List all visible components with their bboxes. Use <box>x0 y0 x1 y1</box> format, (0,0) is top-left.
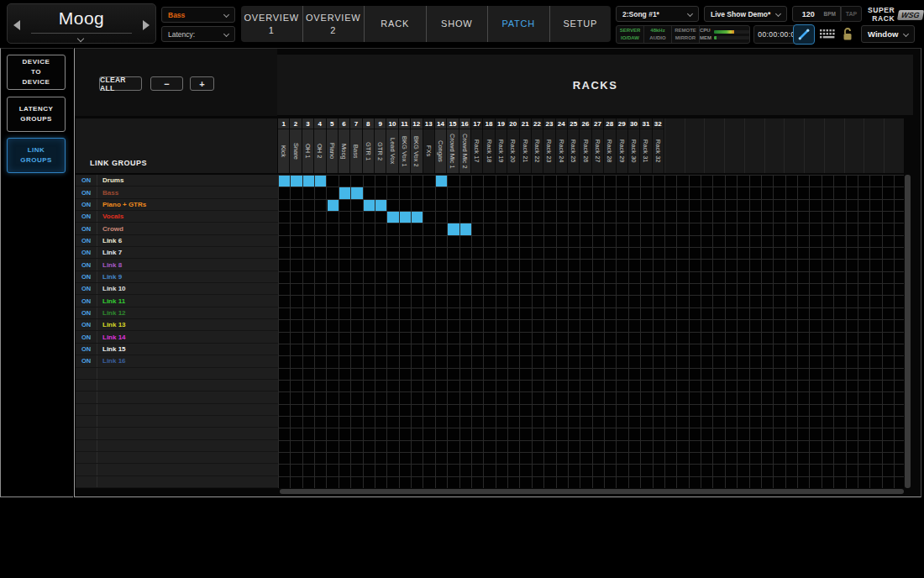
link-assignment-cell[interactable] <box>375 200 386 211</box>
link-group-name[interactable]: Bass <box>97 187 278 197</box>
rack-column-header[interactable]: 5Piano <box>327 118 339 173</box>
link-group-on-toggle[interactable]: ON <box>76 247 97 258</box>
tab-overview-1[interactable]: OVERVIEW 1 <box>241 6 302 42</box>
link-group-on-toggle[interactable]: ON <box>76 331 97 342</box>
device-select-chevron-icon[interactable] <box>77 35 84 42</box>
group-dropdown[interactable]: Bass <box>161 7 235 23</box>
link-assignment-cell[interactable] <box>303 176 314 187</box>
rack-column-header[interactable]: 18Rack 18 <box>483 118 495 173</box>
tab-patch[interactable]: PATCH <box>487 6 549 42</box>
tab-rack[interactable]: RACK <box>364 6 426 42</box>
rack-column-header[interactable]: 20Rack 20 <box>507 118 519 173</box>
tab-show[interactable]: SHOW <box>426 6 488 42</box>
link-assignment-cell[interactable] <box>351 187 362 198</box>
keyboard-grid-button[interactable] <box>819 28 836 40</box>
rack-column-header[interactable]: 28Rack 28 <box>604 118 616 173</box>
vertical-scrollbar[interactable] <box>905 175 911 488</box>
link-group-on-toggle[interactable]: ON <box>76 283 97 294</box>
link-assignment-cell[interactable] <box>412 212 423 223</box>
link-group-name[interactable]: Link 13 <box>97 319 278 330</box>
link-group-on-toggle[interactable]: ON <box>76 271 97 282</box>
device-to-device-button[interactable]: DEVICE TO DEVICE <box>7 55 66 90</box>
patch-grid[interactable] <box>278 175 904 488</box>
rack-column-header[interactable]: 32Rack 32 <box>653 118 664 173</box>
link-group-on-toggle[interactable]: ON <box>76 235 97 246</box>
link-group-on-toggle[interactable]: ON <box>76 307 97 318</box>
rack-column-header[interactable]: 26Rack 26 <box>580 118 591 173</box>
rack-column-header[interactable]: 30Rack 30 <box>628 118 640 173</box>
link-group-name[interactable]: Link 14 <box>97 331 278 342</box>
latency-dropdown[interactable]: Latency: <box>161 26 235 42</box>
clear-all-button[interactable]: CLEAR ALL <box>99 76 142 91</box>
device-next-icon[interactable] <box>143 20 150 30</box>
rack-column-header[interactable]: 14Congas <box>435 118 447 173</box>
song-dropdown[interactable]: 2:Song #1* <box>616 6 699 22</box>
show-dropdown[interactable]: Live Show Demo* <box>704 6 787 22</box>
horizontal-scrollbar[interactable] <box>280 489 904 494</box>
window-dropdown[interactable]: Window <box>861 25 915 43</box>
link-group-on-toggle[interactable]: ON <box>76 344 97 355</box>
link-group-name[interactable]: Vocals <box>97 211 278 222</box>
rack-column-header[interactable]: 12BKG Vox 2 <box>411 118 423 173</box>
link-assignment-cell[interactable] <box>291 176 302 187</box>
link-assignment-cell[interactable] <box>436 176 447 187</box>
link-group-on-toggle[interactable]: ON <box>76 259 97 270</box>
link-group-on-toggle[interactable]: ON <box>76 223 97 234</box>
link-group-name[interactable]: Link 10 <box>97 283 278 294</box>
link-group-name[interactable]: Link 11 <box>97 295 278 306</box>
rack-column-header[interactable]: 16Crowd Mic 2 <box>459 118 471 173</box>
lock-button[interactable] <box>841 26 854 41</box>
rack-column-header[interactable]: 6Moog <box>339 118 350 173</box>
link-group-on-toggle[interactable]: ON <box>76 187 97 197</box>
link-group-name[interactable]: Link 6 <box>97 235 278 246</box>
rack-column-header[interactable]: 21Rack 21 <box>520 118 532 173</box>
link-assignment-cell[interactable] <box>339 187 350 198</box>
rack-column-header[interactable]: 11BKG Vox 1 <box>399 118 411 173</box>
rack-column-header[interactable]: 4OH 2 <box>314 118 326 173</box>
link-group-name[interactable]: Link 16 <box>97 355 278 366</box>
link-group-on-toggle[interactable]: ON <box>76 211 97 222</box>
link-assignment-cell[interactable] <box>364 200 375 211</box>
rack-column-header[interactable]: 24Rack 24 <box>556 118 568 173</box>
link-groups-button[interactable]: LINK GROUPS <box>7 138 66 173</box>
rack-column-header[interactable]: 29Rack 29 <box>617 118 628 173</box>
link-group-name[interactable]: Link 12 <box>97 307 278 318</box>
tab-overview-2[interactable]: OVERVIEW 2 <box>302 6 365 42</box>
link-group-name[interactable]: Piano + GTRs <box>97 199 278 210</box>
link-assignment-cell[interactable] <box>279 176 290 187</box>
rack-column-header[interactable]: 22Rack 22 <box>532 118 543 173</box>
link-group-on-toggle[interactable]: ON <box>76 175 97 186</box>
link-group-on-toggle[interactable]: ON <box>76 355 97 366</box>
rack-column-header[interactable]: 8GTR 1 <box>363 118 375 173</box>
rack-column-header[interactable]: 15Crowd Mic 1 <box>447 118 459 173</box>
link-assignment-cell[interactable] <box>460 223 471 234</box>
patch-mode-button[interactable] <box>793 24 815 45</box>
rack-column-header[interactable]: 27Rack 27 <box>592 118 604 173</box>
rack-column-header[interactable]: 9GTR 2 <box>375 118 386 173</box>
link-assignment-cell[interactable] <box>315 176 326 187</box>
rack-column-header[interactable]: 31Rack 31 <box>640 118 652 173</box>
rack-column-header[interactable]: 19Rack 19 <box>496 118 507 173</box>
link-group-name[interactable]: Crowd <box>97 223 278 234</box>
link-group-on-toggle[interactable]: ON <box>76 319 97 330</box>
remove-group-button[interactable]: − <box>150 76 183 91</box>
rack-column-header[interactable]: 17Rack 17 <box>471 118 483 173</box>
link-group-name[interactable]: Link 8 <box>97 259 278 270</box>
link-group-name[interactable]: Link 9 <box>97 271 278 282</box>
rack-column-header[interactable]: 25Rack 25 <box>568 118 580 173</box>
rack-column-header[interactable]: 10Lead Vox <box>386 118 398 173</box>
rack-column-header[interactable]: 2Snare <box>290 118 302 173</box>
bpm-display[interactable]: 120 BPM <box>792 6 841 22</box>
tab-setup[interactable]: SETUP <box>549 6 612 42</box>
rack-column-header[interactable]: 13FXs <box>423 118 435 173</box>
link-group-name[interactable]: Link 15 <box>97 344 278 355</box>
link-group-on-toggle[interactable]: ON <box>76 295 97 306</box>
link-group-name[interactable]: Link 7 <box>97 247 278 258</box>
rack-column-header[interactable]: 7Bass <box>350 118 362 173</box>
add-group-button[interactable]: + <box>190 76 214 91</box>
rack-column-header[interactable]: 3OH 1 <box>302 118 314 173</box>
latency-groups-button[interactable]: LATENCY GROUPS <box>7 97 66 132</box>
tap-tempo-button[interactable]: TAP <box>841 6 862 22</box>
rack-column-header[interactable]: 1Kick <box>278 118 290 173</box>
link-assignment-cell[interactable] <box>448 223 459 234</box>
